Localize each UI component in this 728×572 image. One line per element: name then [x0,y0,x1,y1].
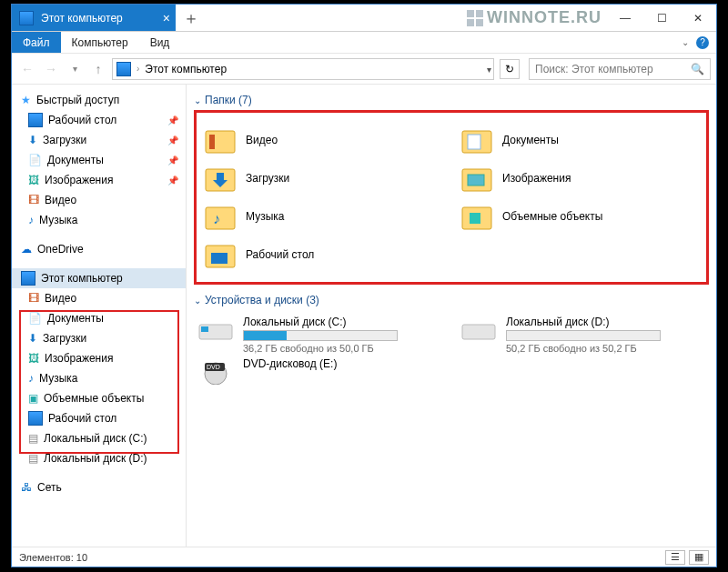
search-placeholder: Поиск: Этот компьютер [535,63,653,75]
chevron-down-icon: ⌄ [194,296,201,306]
sidebar-qa-videos[interactable]: 🎞Видео [12,190,186,210]
status-label: Элементов: [19,552,74,563]
sidebar-qa-downloads[interactable]: ⬇Загрузки📌 [12,130,186,150]
drive-d-label: Локальный диск (D:) [506,316,661,328]
drive-d[interactable]: Локальный диск (D:) 50,2 ГБ свободно из … [460,316,705,354]
recent-dropdown[interactable]: ▾ [65,59,85,79]
explorer-window: Этот компьютер × ＋ WINNOTE.RU — ☐ ✕ Файл… [11,4,717,567]
sidebar-qa-desktop[interactable]: Рабочий стол📌 [12,110,186,130]
refresh-button[interactable]: ↻ [500,59,520,79]
drive-icon [197,316,234,345]
pin-icon: 📌 [167,115,178,125]
window-close-button[interactable]: ✕ [680,5,716,31]
folder-picture-icon [460,162,493,195]
sidebar-qa-pictures[interactable]: 🖼Изображения📌 [12,170,186,190]
tab-close-icon[interactable]: × [163,11,170,25]
minimize-button[interactable]: — [607,5,643,31]
drive-d-freespace: 50,2 ГБ свободно из 50,2 ГБ [506,343,661,354]
drive-c-freespace: 36,2 ГБ свободно из 50,0 ГБ [243,343,398,354]
folder-music[interactable]: ♪Музыка [204,198,442,235]
folder-3d-icon [460,200,493,233]
sidebar-pc-music[interactable]: ♪Музыка [12,368,186,388]
up-button[interactable]: ↑ [88,59,108,79]
statusbar: Элементов: 10 ☰ ▦ [12,547,716,567]
picture-icon: 🖼 [28,352,39,365]
forward-button[interactable]: → [41,59,61,79]
desktop-icon [28,411,43,426]
new-tab-button[interactable]: ＋ [176,5,207,31]
sidebar-drive-d[interactable]: ▤Локальный диск (D:) [12,448,186,468]
folder-downloads[interactable]: Загрузки [204,160,442,196]
drive-c-usage-bar [243,330,398,341]
drive-d-usage-bar [506,330,661,341]
tiles-view-button[interactable]: ▦ [689,550,709,565]
folders-group-header[interactable]: ⌄ Папки (7) [194,94,709,106]
sidebar-pc-pictures[interactable]: 🖼Изображения [12,348,186,368]
svg-text:DVD: DVD [207,364,220,370]
drive-icon: ▤ [28,452,38,465]
drive-c-label: Локальный диск (C:) [243,316,398,328]
svg-rect-10 [468,175,484,186]
back-button[interactable]: ← [17,59,37,79]
pin-icon: 📌 [167,135,178,146]
folder-pictures[interactable]: Изображения [460,160,699,196]
search-input[interactable]: Поиск: Этот компьютер 🔍 [529,58,711,80]
sidebar-pc-documents[interactable]: 📄Документы [12,308,186,328]
star-icon: ★ [21,94,31,106]
sidebar: ★ Быстрый доступ Рабочий стол📌 ⬇Загрузки… [12,85,187,547]
content-pane: ⌄ Папки (7) Видео Документы Загрузки Изо… [187,85,716,547]
help-icon[interactable]: ? [696,36,709,49]
sidebar-onedrive[interactable]: ☁OneDrive [12,239,186,259]
svg-rect-14 [470,213,480,224]
folder-documents[interactable]: Документы [460,122,699,158]
folder-video-icon [204,124,237,156]
sidebar-pc-3d[interactable]: ▣Объемные объекты [12,388,186,408]
sidebar-pc-videos[interactable]: 🎞Видео [12,288,186,308]
folder-desktop-icon [204,238,237,271]
folder-download-icon [204,162,237,195]
details-view-button[interactable]: ☰ [665,550,685,565]
svg-rect-2 [467,19,474,26]
maximize-button[interactable]: ☐ [643,5,680,31]
sidebar-pc-desktop[interactable]: Рабочий стол [12,408,186,428]
drive-icon [460,316,497,345]
address-dropdown-icon[interactable]: ▾ [487,64,491,74]
menu-computer[interactable]: Компьютер [61,32,139,53]
folder-desktop[interactable]: Рабочий стол [204,236,442,273]
navbar: ← → ▾ ↑ › Этот компьютер ▾ ↻ Поиск: Этот… [12,54,716,85]
document-icon: 📄 [28,312,42,325]
menu-view[interactable]: Вид [139,32,181,53]
folder-document-icon [460,124,493,156]
active-tab[interactable]: Этот компьютер × [12,5,176,31]
tab-title: Этот компьютер [41,12,123,25]
address-bar[interactable]: › Этот компьютер ▾ [112,58,494,80]
download-icon: ⬇ [28,332,37,345]
sidebar-quick-access[interactable]: ★ Быстрый доступ [12,90,186,110]
svg-rect-3 [476,19,483,26]
chevron-down-icon: ⌄ [194,95,201,105]
sidebar-pc-downloads[interactable]: ⬇Загрузки [12,328,186,348]
expand-ribbon-icon[interactable]: ⌄ [682,37,689,47]
sidebar-qa-music[interactable]: ♪Музыка [12,210,186,230]
sidebar-drive-c[interactable]: ▤Локальный диск (C:) [12,428,186,448]
drives-group-header[interactable]: ⌄ Устройства и диски (3) [194,294,709,306]
watermark: WINNOTE.RU [207,5,607,31]
status-count: 10 [76,552,87,563]
menu-file[interactable]: Файл [12,32,61,53]
body: ★ Быстрый доступ Рабочий стол📌 ⬇Загрузки… [12,85,716,547]
pin-icon: 📌 [167,156,178,166]
window-controls: — ☐ ✕ [607,5,716,31]
sidebar-this-pc[interactable]: Этот компьютер [12,268,186,288]
svg-rect-0 [467,10,474,17]
drive-c[interactable]: Локальный диск (C:) 36,2 ГБ свободно из … [197,316,442,354]
video-icon: 🎞 [28,194,39,206]
sidebar-network[interactable]: 🖧Сеть [12,477,186,497]
dvd-icon: DVD [197,357,234,386]
folder-videos[interactable]: Видео [204,122,442,158]
sidebar-qa-documents[interactable]: 📄Документы📌 [12,150,186,170]
cube-icon: ▣ [28,392,38,405]
folder-3d-objects[interactable]: Объемные объекты [460,198,699,235]
chevron-right-icon: › [136,64,139,74]
drive-dvd[interactable]: DVD DVD-дисковод (E:) [197,357,442,386]
drive-icon: ▤ [28,432,38,445]
